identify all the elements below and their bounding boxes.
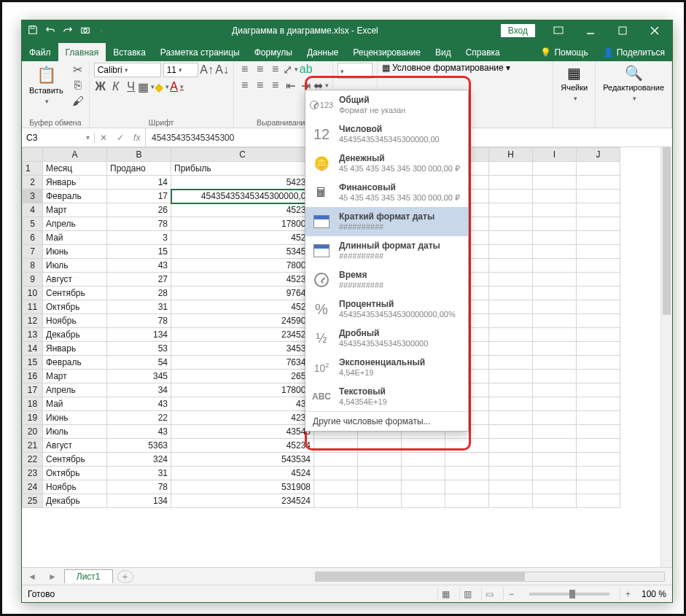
cell[interactable] <box>489 453 533 467</box>
cell[interactable] <box>402 453 445 467</box>
row-header[interactable]: 6 <box>23 231 43 245</box>
cut-icon[interactable]: ✂ <box>71 63 85 76</box>
cell[interactable] <box>533 259 577 273</box>
font-name-combo[interactable]: Calibri <box>94 63 161 77</box>
cell[interactable] <box>489 300 533 314</box>
cell[interactable] <box>314 439 358 453</box>
number-format-combo[interactable] <box>338 63 373 79</box>
zoom-in-icon[interactable]: + <box>620 588 636 601</box>
cell[interactable]: 4524 <box>171 467 314 480</box>
cell[interactable]: 134 <box>107 494 171 508</box>
cell[interactable]: 14 <box>107 176 171 190</box>
orientation-icon[interactable]: ⤢ <box>284 63 297 76</box>
cell[interactable] <box>577 356 620 370</box>
cell[interactable] <box>489 176 533 190</box>
format-painter-icon[interactable]: 🖌 <box>71 95 85 108</box>
cell[interactable] <box>445 453 489 467</box>
number-format-item-fraction[interactable]: ½ Дробный 45435435345345300000 <box>305 324 468 353</box>
number-format-item-percent[interactable]: % Процентный 4543543534534530000000,00% <box>305 295 468 324</box>
cells-button[interactable]: ▦ Ячейки <box>558 63 590 104</box>
cell[interactable]: Продано <box>107 162 171 176</box>
cell[interactable] <box>577 273 620 286</box>
cell[interactable]: Январь <box>43 342 107 356</box>
tab-data[interactable]: Данные <box>300 43 346 61</box>
cell[interactable] <box>577 480 620 494</box>
cell[interactable]: 78 <box>107 314 171 328</box>
cell[interactable]: 324 <box>107 453 171 467</box>
italic-icon[interactable]: К <box>109 80 122 93</box>
tab-help[interactable]: Справка <box>459 43 507 61</box>
minimize-icon[interactable] <box>576 20 605 41</box>
cell[interactable] <box>533 439 577 453</box>
row-header[interactable]: 22 <box>23 453 43 467</box>
cell[interactable]: Февраль <box>43 190 107 203</box>
new-sheet-button[interactable]: ＋ <box>117 570 133 583</box>
cell[interactable]: 234524 <box>171 328 314 342</box>
column-header[interactable]: B <box>107 148 171 162</box>
tab-insert[interactable]: Вставка <box>106 43 153 61</box>
cell[interactable] <box>577 397 620 411</box>
cell[interactable]: Март <box>43 370 107 383</box>
cell[interactable] <box>577 370 620 383</box>
cell[interactable]: 234524 <box>171 494 314 508</box>
tab-review[interactable]: Рецензирование <box>346 43 428 61</box>
row-header[interactable]: 13 <box>23 328 43 342</box>
cell[interactable] <box>358 467 402 480</box>
cell[interactable]: 31 <box>107 300 171 314</box>
name-box[interactable]: C3▾ <box>22 133 95 143</box>
row-header[interactable]: 23 <box>23 467 43 480</box>
save-icon[interactable] <box>28 25 38 37</box>
cell[interactable]: Июнь <box>43 411 107 425</box>
cell[interactable]: 53 <box>107 342 171 356</box>
cell[interactable]: 543534 <box>171 453 314 467</box>
cell[interactable]: Октябрь <box>43 300 107 314</box>
cell[interactable]: Октябрь <box>43 467 107 480</box>
cell[interactable] <box>402 467 445 480</box>
cell[interactable] <box>402 439 445 453</box>
cell[interactable]: 345 <box>107 370 171 383</box>
row-header[interactable]: 19 <box>23 411 43 425</box>
number-format-item-currency[interactable]: 🪙 Денежный 45 435 435 345 345 300 000,00… <box>305 149 468 178</box>
number-format-item-accounting[interactable]: 🖩 Финансовый 45 435 435 345 345 300 000,… <box>305 178 468 207</box>
cell[interactable]: Ноябрь <box>43 314 107 328</box>
vertical-scrollbar[interactable] <box>660 147 672 567</box>
cell[interactable]: Сентябрь <box>43 453 107 467</box>
horizontal-scrollbar[interactable] <box>315 572 665 582</box>
zoom-slider[interactable] <box>529 593 609 596</box>
maximize-icon[interactable] <box>608 20 637 41</box>
more-number-formats-button[interactable]: Другие числовые форматы... <box>305 412 468 431</box>
cell[interactable] <box>577 467 620 480</box>
cell[interactable] <box>577 245 620 259</box>
cell[interactable]: Февраль <box>43 356 107 370</box>
row-header[interactable]: 20 <box>23 425 43 439</box>
cell[interactable] <box>489 397 533 411</box>
cell[interactable] <box>314 453 358 467</box>
cell[interactable]: Июнь <box>43 245 107 259</box>
cell[interactable]: 78 <box>107 480 171 494</box>
cell[interactable]: Декабрь <box>43 494 107 508</box>
cell[interactable]: 78000 <box>171 259 314 273</box>
bold-icon[interactable]: Ж <box>94 80 107 93</box>
cell[interactable] <box>533 370 577 383</box>
cell[interactable] <box>577 259 620 273</box>
cell[interactable]: Март <box>43 203 107 217</box>
cell[interactable] <box>489 231 533 245</box>
tab-page-layout[interactable]: Разметка страницы <box>153 43 247 61</box>
cell[interactable]: 28 <box>107 286 171 300</box>
cell[interactable] <box>533 203 577 217</box>
cell[interactable]: 54234 <box>171 176 314 190</box>
cell[interactable] <box>577 453 620 467</box>
cell[interactable] <box>577 176 620 190</box>
cell[interactable]: 43543 <box>171 425 314 439</box>
cell[interactable]: Ноябрь <box>43 480 107 494</box>
cell[interactable]: 45234 <box>171 273 314 286</box>
wrap-text-icon[interactable]: ab <box>300 63 313 76</box>
cell[interactable]: Декабрь <box>43 328 107 342</box>
cell[interactable]: Август <box>43 439 107 453</box>
sign-in-button[interactable]: Вход <box>501 24 535 37</box>
increase-font-icon[interactable]: A↑ <box>200 63 214 77</box>
close-icon[interactable] <box>640 20 669 41</box>
cell[interactable]: 27 <box>107 273 171 286</box>
cell[interactable]: 435 <box>171 397 314 411</box>
cell[interactable]: 178000 <box>171 217 314 231</box>
